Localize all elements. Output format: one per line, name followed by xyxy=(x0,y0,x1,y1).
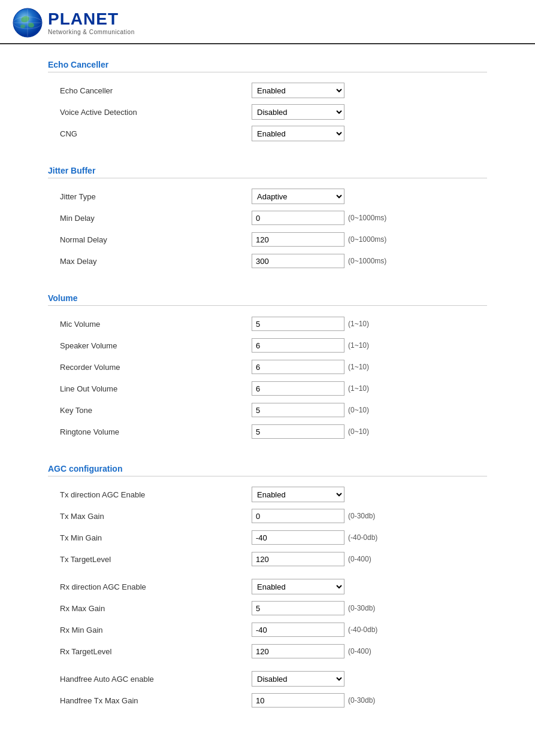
logo-planet-label: PLANET xyxy=(48,10,135,29)
form-row: Tx Max Gain(0-30db) xyxy=(60,508,487,524)
label-volume-3: Line Out Volume xyxy=(60,384,252,393)
label-agc-configuration-10: Handfree Auto AGC enable xyxy=(60,675,252,684)
form-row: Recorder Volume(1~10) xyxy=(60,359,487,375)
input-volume-3[interactable] xyxy=(252,381,344,396)
control-wrap-jitter-buffer-3: (0~1000ms) xyxy=(252,254,386,268)
form-row: Rx direction AGC EnableEnabledDisabled xyxy=(60,578,487,595)
control-wrap-jitter-buffer-0: AdaptiveFixed xyxy=(252,189,344,204)
section-title-jitter-buffer: Jitter Buffer xyxy=(48,162,487,178)
label-agc-configuration-11: Handfree Tx Max Gain xyxy=(60,696,252,705)
input-jitter-buffer-2[interactable] xyxy=(252,232,344,247)
label-agc-configuration-2: Tx Min Gain xyxy=(60,533,252,542)
input-agc-configuration-2[interactable] xyxy=(252,530,344,545)
label-jitter-buffer-2: Normal Delay xyxy=(60,235,252,244)
input-agc-configuration-3[interactable] xyxy=(252,552,344,566)
form-row: Handfree Auto AGC enableEnabledDisabled xyxy=(60,670,487,687)
label-volume-1: Speaker Volume xyxy=(60,341,252,350)
control-wrap-volume-1: (1~10) xyxy=(252,338,369,353)
hint-agc-configuration-3: (0-400) xyxy=(348,555,371,563)
spacer xyxy=(60,664,487,670)
section-title-echo-canceller: Echo Canceller xyxy=(48,56,487,72)
form-row: Normal Delay(0~1000ms) xyxy=(60,231,487,248)
spacer xyxy=(60,572,487,578)
section-body-echo-canceller: Echo CancellerEnabledDisabledVoice Activ… xyxy=(48,78,487,150)
input-agc-configuration-7[interactable] xyxy=(252,623,344,637)
hint-volume-3: (1~10) xyxy=(348,384,369,393)
form-row: Rx TargetLevel(0-400) xyxy=(60,643,487,660)
select-agc-configuration-10[interactable]: EnabledDisabled xyxy=(252,671,344,687)
label-echo-canceller-1: Voice Active Detection xyxy=(60,108,252,117)
hint-agc-configuration-8: (0-400) xyxy=(348,647,371,655)
svg-point-3 xyxy=(20,25,25,28)
hint-jitter-buffer-2: (0~1000ms) xyxy=(348,235,386,244)
form-row: Jitter TypeAdaptiveFixed xyxy=(60,188,487,205)
control-wrap-volume-0: (1~10) xyxy=(252,317,369,331)
input-volume-1[interactable] xyxy=(252,338,344,353)
select-agc-configuration-0[interactable]: EnabledDisabled xyxy=(252,487,344,502)
section-jitter-buffer: Jitter BufferJitter TypeAdaptiveFixedMin… xyxy=(48,162,487,278)
hint-agc-configuration-7: (-40-0db) xyxy=(348,626,377,634)
input-agc-configuration-11[interactable] xyxy=(252,693,344,708)
input-volume-2[interactable] xyxy=(252,360,344,374)
section-title-agc-configuration: AGC configuration xyxy=(48,460,487,476)
control-wrap-agc-configuration-7: (-40-0db) xyxy=(252,623,377,637)
label-agc-configuration-3: Tx TargetLevel xyxy=(60,555,252,564)
label-jitter-buffer-0: Jitter Type xyxy=(60,192,252,201)
form-row: Voice Active DetectionEnabledDisabled xyxy=(60,104,487,120)
hint-agc-configuration-11: (0-30db) xyxy=(348,696,375,705)
input-volume-5[interactable] xyxy=(252,424,344,439)
form-row: Rx Max Gain(0-30db) xyxy=(60,600,487,617)
select-jitter-buffer-0[interactable]: AdaptiveFixed xyxy=(252,189,344,204)
select-agc-configuration-5[interactable]: EnabledDisabled xyxy=(252,579,344,594)
control-wrap-agc-configuration-5: EnabledDisabled xyxy=(252,579,344,594)
form-row: Line Out Volume(1~10) xyxy=(60,380,487,397)
hint-agc-configuration-1: (0-30db) xyxy=(348,512,375,520)
control-wrap-volume-4: (0~10) xyxy=(252,403,369,417)
hint-agc-configuration-6: (0-30db) xyxy=(348,604,375,612)
logo-sub-label: Networking & Communication xyxy=(48,29,135,35)
control-wrap-jitter-buffer-2: (0~1000ms) xyxy=(252,232,386,247)
control-wrap-echo-canceller-0: EnabledDisabled xyxy=(252,83,344,98)
input-agc-configuration-6[interactable] xyxy=(252,601,344,615)
input-agc-configuration-8[interactable] xyxy=(252,644,344,658)
form-row: Echo CancellerEnabledDisabled xyxy=(60,82,487,99)
input-jitter-buffer-1[interactable] xyxy=(252,211,344,225)
form-row: Mic Volume(1~10) xyxy=(60,315,487,332)
section-title-volume: Volume xyxy=(48,290,487,306)
header: PLANET Networking & Communication xyxy=(0,0,535,44)
control-wrap-agc-configuration-1: (0-30db) xyxy=(252,509,375,523)
input-jitter-buffer-3[interactable] xyxy=(252,254,344,268)
control-wrap-agc-configuration-2: (-40-0db) xyxy=(252,530,377,545)
logo: PLANET Networking & Communication xyxy=(12,7,135,38)
control-wrap-agc-configuration-0: EnabledDisabled xyxy=(252,487,344,502)
label-volume-2: Recorder Volume xyxy=(60,363,252,372)
form-row: Key Tone(0~10) xyxy=(60,402,487,418)
select-echo-canceller-1[interactable]: EnabledDisabled xyxy=(252,104,344,120)
select-echo-canceller-2[interactable]: EnabledDisabled xyxy=(252,126,344,141)
input-agc-configuration-1[interactable] xyxy=(252,509,344,523)
label-volume-0: Mic Volume xyxy=(60,320,252,329)
label-agc-configuration-8: Rx TargetLevel xyxy=(60,647,252,656)
hint-volume-5: (0~10) xyxy=(348,427,369,436)
control-wrap-volume-5: (0~10) xyxy=(252,424,369,439)
hint-jitter-buffer-1: (0~1000ms) xyxy=(348,214,386,222)
label-agc-configuration-7: Rx Min Gain xyxy=(60,626,252,634)
logo-globe-icon xyxy=(12,7,43,38)
section-echo-canceller: Echo CancellerEcho CancellerEnabledDisab… xyxy=(48,56,487,150)
label-agc-configuration-1: Tx Max Gain xyxy=(60,512,252,521)
form-row: Tx TargetLevel(0-400) xyxy=(60,551,487,567)
input-volume-0[interactable] xyxy=(252,317,344,331)
select-echo-canceller-0[interactable]: EnabledDisabled xyxy=(252,83,344,98)
control-wrap-echo-canceller-1: EnabledDisabled xyxy=(252,104,344,120)
label-echo-canceller-0: Echo Canceller xyxy=(60,86,252,95)
hint-agc-configuration-2: (-40-0db) xyxy=(348,533,377,542)
form-row: Rx Min Gain(-40-0db) xyxy=(60,621,487,638)
hint-volume-4: (0~10) xyxy=(348,406,369,414)
label-agc-configuration-0: Tx direction AGC Enable xyxy=(60,490,252,499)
input-volume-4[interactable] xyxy=(252,403,344,417)
section-volume: VolumeMic Volume(1~10)Speaker Volume(1~1… xyxy=(48,290,487,448)
control-wrap-agc-configuration-11: (0-30db) xyxy=(252,693,375,708)
label-agc-configuration-6: Rx Max Gain xyxy=(60,604,252,613)
label-agc-configuration-5: Rx direction AGC Enable xyxy=(60,582,252,591)
form-row: Ringtone Volume(0~10) xyxy=(60,423,487,440)
